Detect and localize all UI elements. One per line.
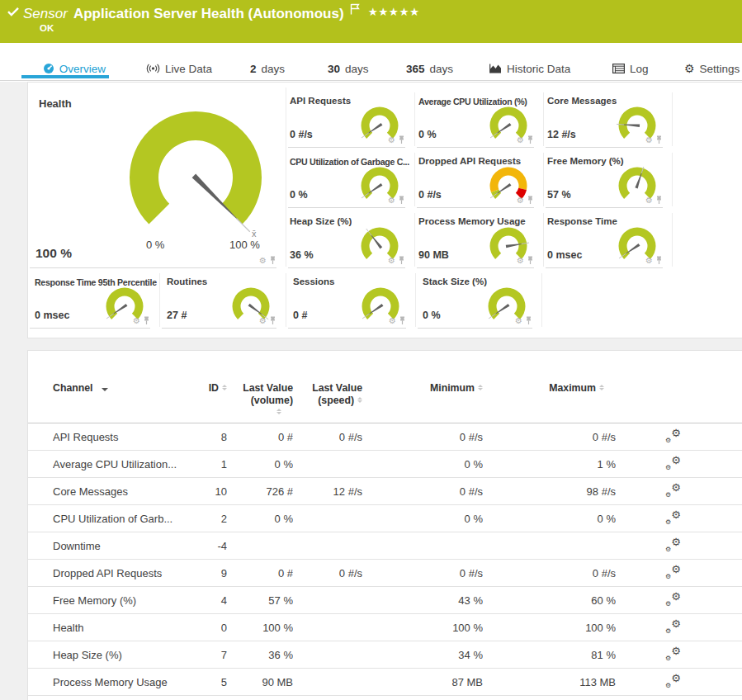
channel-settings-icon[interactable]: ⚙⚙ bbox=[665, 675, 681, 689]
channel-settings-icon[interactable]: ⚙⚙ bbox=[665, 485, 681, 499]
sort-icon[interactable] bbox=[276, 409, 281, 414]
gear-icon[interactable]: ⚙ bbox=[517, 196, 524, 205]
table-row[interactable]: Free Memory (%)457 %43 %60 %⚙⚙ bbox=[28, 587, 742, 614]
table-row[interactable]: CPU Utilization of Garb...20 %0 %0 %⚙⚙ bbox=[28, 505, 742, 532]
cell-id: 0 bbox=[177, 614, 227, 641]
tab-settings[interactable]: ⚙Settings bbox=[684, 59, 740, 78]
pin-icon[interactable] bbox=[527, 256, 534, 265]
pin-icon[interactable] bbox=[398, 135, 405, 144]
gauge-value: 0 #/s bbox=[290, 129, 313, 140]
gear-icon[interactable]: ⚙ bbox=[259, 317, 267, 325]
priority-stars[interactable]: ★★★★★ bbox=[368, 5, 420, 18]
health-gauge: x̄ bbox=[113, 103, 278, 245]
table-row[interactable]: Downtime-4⚙⚙ bbox=[28, 532, 742, 560]
channel-settings-icon[interactable]: ⚙⚙ bbox=[665, 512, 681, 526]
pin-icon[interactable] bbox=[655, 196, 663, 205]
pin-icon[interactable] bbox=[269, 316, 276, 325]
table-row[interactable]: Core Messages10726 #12 #/s0 #/s98 #/s⚙⚙ bbox=[28, 478, 742, 505]
channel-settings-icon[interactable]: ⚙⚙ bbox=[665, 621, 681, 635]
gear-icon[interactable]: ⚙ bbox=[389, 317, 396, 325]
gauge-cell-health: Healthx̄0 %100 %100 %⚙ bbox=[28, 83, 286, 268]
cell-id: -4 bbox=[177, 532, 227, 560]
table-row[interactable]: Process Memory Usage590 MB87 MB113 MB⚙⚙ bbox=[28, 669, 742, 696]
cell-min: 0 #/s bbox=[358, 560, 483, 587]
tab-label: Historic Data bbox=[507, 63, 570, 75]
gear-icon[interactable]: ⚙ bbox=[517, 257, 524, 265]
cell-channel: Health bbox=[53, 614, 193, 641]
table-row[interactable]: Heap Size (%)736 %34 %81 %⚙⚙ bbox=[28, 641, 742, 669]
pin-icon[interactable] bbox=[527, 135, 534, 144]
cell-volume: 726 # bbox=[227, 478, 293, 505]
table-row[interactable]: Health0100 %100 %100 %⚙⚙ bbox=[28, 614, 742, 641]
pin-icon[interactable] bbox=[398, 196, 405, 205]
column-header-id[interactable]: ID bbox=[177, 382, 227, 395]
cell-min: 87 MB bbox=[358, 669, 483, 696]
channel-settings-icon[interactable]: ⚙⚙ bbox=[665, 594, 681, 608]
pin-icon[interactable] bbox=[655, 135, 663, 144]
channel-settings-icon[interactable]: ⚙⚙ bbox=[665, 430, 681, 444]
table-row[interactable]: Dropped API Requests90 #0 #/s0 #/s0 #/s⚙… bbox=[28, 560, 742, 587]
channel-settings-icon[interactable]: ⚙⚙ bbox=[665, 539, 681, 553]
column-label: Minimum bbox=[430, 382, 475, 395]
tab-30-days[interactable]: 30days bbox=[328, 59, 369, 78]
gear-icon[interactable]: ⚙ bbox=[388, 196, 395, 205]
gear-icon[interactable]: ⚙ bbox=[259, 257, 267, 265]
gauge-value: 90 MB bbox=[418, 249, 449, 261]
channel-settings-icon[interactable]: ⚙⚙ bbox=[665, 648, 681, 662]
channel-settings-icon[interactable]: ⚙⚙ bbox=[665, 457, 681, 471]
sort-icon[interactable] bbox=[357, 397, 362, 403]
gear-icon[interactable]: ⚙ bbox=[133, 317, 140, 325]
tab-label: days bbox=[345, 63, 369, 75]
gear-icon[interactable]: ⚙ bbox=[517, 136, 524, 144]
gear-icon: ⚙ bbox=[665, 655, 671, 662]
gear-icon[interactable]: ⚙ bbox=[645, 136, 653, 144]
gear-icon[interactable]: ⚙ bbox=[645, 196, 653, 205]
column-header-volume[interactable]: Last Value(volume) bbox=[227, 382, 293, 415]
gear-icon: ⚙ bbox=[665, 627, 671, 635]
pin-icon[interactable] bbox=[398, 256, 405, 265]
column-header-min[interactable]: Minimum bbox=[358, 382, 483, 395]
channel-settings-icon[interactable]: ⚙⚙ bbox=[665, 566, 681, 580]
cell-volume: 57 % bbox=[227, 587, 293, 614]
gear-icon[interactable]: ⚙ bbox=[388, 257, 395, 265]
cell-volume bbox=[227, 532, 293, 560]
gauge-value: 12 #/s bbox=[547, 129, 576, 140]
sort-icon[interactable] bbox=[599, 385, 604, 390]
column-header-channel[interactable]: Channel bbox=[53, 382, 193, 395]
column-header-speed[interactable]: Last Value(speed) bbox=[293, 382, 362, 407]
cell-channel: Process Memory Usage bbox=[53, 669, 193, 696]
tab-2-days[interactable]: 2days bbox=[250, 59, 285, 78]
tab-historic-data[interactable]: Historic Data bbox=[489, 59, 570, 78]
pin-icon[interactable] bbox=[655, 256, 663, 265]
table-row[interactable]: Average CPU Utilization...10 %0 %1 %⚙⚙ bbox=[28, 451, 742, 478]
pin-icon[interactable] bbox=[525, 316, 532, 325]
pin-icon[interactable] bbox=[399, 316, 406, 325]
gear-icon: ⚙ bbox=[665, 437, 671, 444]
gear-icon[interactable]: ⚙ bbox=[388, 136, 395, 144]
pin-icon[interactable] bbox=[527, 196, 534, 205]
flag-icon[interactable] bbox=[350, 3, 360, 15]
tab-label: Overview bbox=[59, 63, 106, 75]
column-header-max[interactable]: Maximum bbox=[483, 382, 610, 395]
gauge-cell: Heap Size (%)36 %⚙ bbox=[286, 208, 415, 268]
gear-icon: ⚙ bbox=[665, 518, 671, 526]
tab-label: Log bbox=[630, 63, 649, 75]
tab-overview[interactable]: Overview bbox=[24, 59, 125, 78]
pin-icon[interactable] bbox=[143, 316, 150, 325]
gear-icon[interactable]: ⚙ bbox=[645, 257, 653, 265]
cell-min: 0 % bbox=[358, 505, 483, 532]
gear-icon: ⚙ bbox=[665, 546, 671, 553]
gear-icon[interactable]: ⚙ bbox=[515, 317, 522, 325]
cell-id: 5 bbox=[177, 669, 227, 696]
cell-id: 10 bbox=[177, 478, 227, 505]
tab-365-days[interactable]: 365days bbox=[406, 59, 453, 78]
pin-icon[interactable] bbox=[269, 256, 276, 265]
tab-live-data[interactable]: Live Data bbox=[146, 59, 212, 78]
gauge-cell: Routines27 #⚙ bbox=[160, 268, 286, 329]
table-row[interactable]: API Requests80 #0 #/s0 #/s0 #/s⚙⚙ bbox=[28, 423, 742, 451]
cell-min: 0 % bbox=[358, 451, 483, 478]
gear-icon: ⚙ bbox=[671, 672, 681, 684]
tab-log[interactable]: Log bbox=[612, 59, 649, 78]
gauge-title: API Requests bbox=[290, 96, 351, 106]
broadcast-icon bbox=[146, 64, 160, 73]
